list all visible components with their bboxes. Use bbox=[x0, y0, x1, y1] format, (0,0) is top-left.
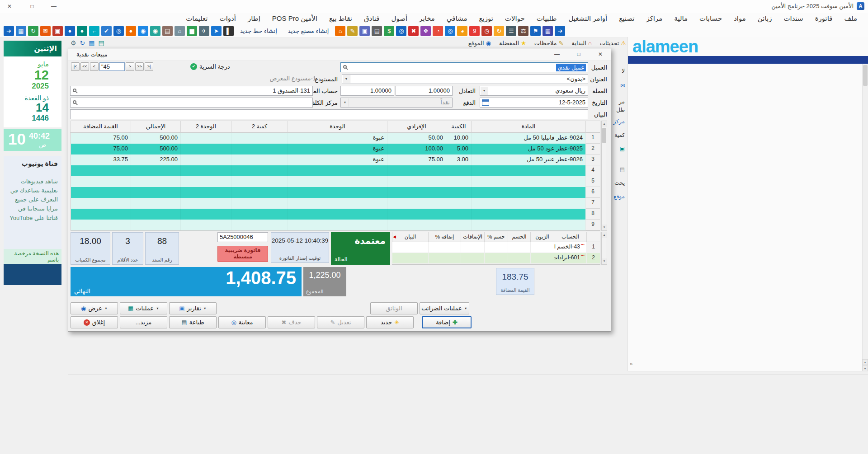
dialog-titlebar[interactable]: مبيعات نقدية — □ ✕ bbox=[68, 48, 611, 61]
row-number[interactable]: 9 bbox=[585, 220, 600, 230]
cell-unit2[interactable] bbox=[180, 209, 231, 220]
grid-row[interactable]: 3 9026-عطر عنبر 50 مل 3.00 75.00 عبوة 22… bbox=[71, 154, 600, 165]
cell-item[interactable] bbox=[471, 187, 585, 198]
toolbar-icon[interactable]: ⌂ bbox=[335, 26, 345, 36]
toolbar-icon[interactable]: ● bbox=[65, 26, 75, 36]
toolbar-icon[interactable]: ⚑ bbox=[530, 26, 541, 36]
cell-item[interactable] bbox=[471, 176, 585, 187]
cell-discount[interactable] bbox=[508, 253, 530, 264]
search-icon[interactable] bbox=[73, 100, 76, 104]
grid-row[interactable]: 8 bbox=[71, 209, 600, 220]
grid-column-header[interactable]: المادة bbox=[471, 121, 585, 133]
cost-center-input[interactable] bbox=[70, 98, 313, 108]
menu-item[interactable]: حسابات bbox=[699, 14, 722, 23]
cell-discount-pct[interactable] bbox=[484, 242, 508, 253]
cell-total[interactable] bbox=[131, 187, 180, 198]
row-number[interactable]: 4 bbox=[585, 165, 600, 176]
toolbar-icon[interactable]: ▣ bbox=[359, 26, 370, 36]
statement-input[interactable] bbox=[70, 109, 588, 119]
accounts-column-header[interactable]: إضافة % bbox=[428, 232, 461, 242]
row-number[interactable]: 7 bbox=[585, 198, 600, 209]
menu-item[interactable]: إطار bbox=[248, 14, 260, 23]
accounts-row[interactable]: 2 ***601-ايرادات مخ... bbox=[392, 253, 600, 264]
cell-item[interactable] bbox=[471, 209, 585, 220]
toolbar-text-button[interactable]: إنشاء مصنع جديد bbox=[283, 28, 334, 34]
toolbar-icon[interactable]: ✎ bbox=[347, 26, 358, 36]
scrollbar-thumb[interactable] bbox=[863, 65, 868, 86]
action-button[interactable]: جديد bbox=[366, 316, 414, 328]
cell-unit-price[interactable] bbox=[387, 209, 446, 220]
nav-last-button[interactable]: >| bbox=[145, 62, 153, 71]
toolbar-icon[interactable]: ● bbox=[77, 26, 87, 36]
dialog-maximize-icon[interactable]: □ bbox=[572, 50, 585, 59]
cell-unit2[interactable] bbox=[180, 220, 231, 230]
window-minimize-icon[interactable]: — bbox=[47, 2, 61, 11]
cell-unit-price[interactable]: 100.00 bbox=[387, 144, 446, 154]
toolbar-icon[interactable]: ◉ bbox=[138, 26, 148, 36]
items-grid-scrollbar[interactable]: ▲ ▼ bbox=[601, 121, 607, 231]
menu-item[interactable]: مشافي bbox=[447, 14, 467, 23]
cell-item[interactable]: 9025-عطر عود 50 مل bbox=[471, 144, 585, 154]
action-button[interactable]: تقارير bbox=[169, 302, 217, 314]
menu-item[interactable]: مخابر bbox=[419, 14, 435, 23]
toolbar-icon[interactable]: ✈ bbox=[199, 26, 209, 36]
cell-unit2[interactable] bbox=[180, 165, 231, 176]
scrollbar-thumb[interactable] bbox=[602, 128, 606, 143]
cell-vat[interactable] bbox=[71, 220, 131, 230]
cell-unit-price[interactable]: 50.00 bbox=[387, 133, 446, 144]
grid-row[interactable]: 2 9025-عطر عود 50 مل 5.00 100.00 عبوة 50… bbox=[71, 144, 600, 154]
cell-vat[interactable] bbox=[71, 209, 131, 220]
cell-qty2[interactable] bbox=[231, 220, 288, 230]
row-number[interactable]: 5 bbox=[585, 176, 600, 187]
cell-unit-price[interactable] bbox=[387, 220, 446, 230]
row-number[interactable]: 2 bbox=[586, 253, 600, 264]
tab[interactable]: ◉ الموقع bbox=[468, 40, 491, 47]
cell-note[interactable] bbox=[392, 253, 428, 264]
cell-account[interactable]: ***43-الخصم المم... bbox=[554, 242, 586, 253]
toolbar-text-button[interactable]: إنشاء خط جديد bbox=[236, 28, 282, 34]
action-button[interactable]: حذف bbox=[268, 316, 315, 328]
action-button[interactable]: معاينة bbox=[218, 316, 266, 328]
cell-total[interactable]: 500.00 bbox=[131, 133, 180, 144]
scroll-up-icon[interactable]: ▲ bbox=[602, 121, 607, 127]
toolbar-icon[interactable]: ◉ bbox=[150, 26, 160, 36]
toolbar-icon[interactable]: ➔ bbox=[555, 26, 565, 36]
cell-unit2[interactable] bbox=[180, 133, 231, 144]
toolbar-icon[interactable]: ▌ bbox=[223, 26, 234, 36]
cell-vat[interactable] bbox=[71, 176, 131, 187]
menu-item[interactable]: تصنيع bbox=[619, 14, 634, 23]
customer-account-input[interactable]: 131-الصندوق 1 bbox=[70, 86, 313, 96]
collapse-chevron-icon[interactable] bbox=[630, 360, 633, 367]
cell-qty[interactable] bbox=[446, 198, 471, 209]
toolbar-icon[interactable]: ➔ bbox=[4, 26, 14, 36]
cell-qty2[interactable] bbox=[231, 144, 288, 154]
nav-first-button[interactable]: |< bbox=[71, 62, 80, 71]
cell-qty[interactable] bbox=[446, 220, 471, 230]
menu-item[interactable]: مالية bbox=[674, 14, 688, 23]
cell-vat[interactable] bbox=[71, 187, 131, 198]
grid-row[interactable]: 6 bbox=[71, 187, 600, 198]
address-combobox[interactable]: <بدون> bbox=[342, 74, 588, 84]
scroll-down-icon[interactable]: ▼ bbox=[602, 258, 607, 264]
cell-unit[interactable]: عبوة bbox=[288, 154, 387, 165]
cell-unit[interactable] bbox=[288, 220, 387, 230]
cell-total[interactable]: 500.00 bbox=[131, 144, 180, 154]
menu-item[interactable]: أدوات bbox=[220, 14, 236, 23]
action-button[interactable]: مزيد... bbox=[120, 316, 167, 328]
cell-qty[interactable]: 5.00 bbox=[446, 144, 471, 154]
cell-total[interactable] bbox=[131, 198, 180, 209]
toolbar-icon[interactable]: ◎ bbox=[396, 26, 406, 36]
toolbar-icon[interactable]: 9 bbox=[469, 26, 480, 36]
chevron-down-icon[interactable] bbox=[343, 75, 350, 83]
cell-customer[interactable] bbox=[530, 253, 554, 264]
customer-input[interactable]: عميل نقدي bbox=[340, 62, 588, 72]
cell-qty[interactable] bbox=[446, 209, 471, 220]
cell-qty2[interactable] bbox=[231, 198, 288, 209]
menu-item[interactable]: نقاط بيع bbox=[329, 14, 352, 23]
grid-column-header[interactable] bbox=[585, 121, 600, 133]
cell-discount[interactable] bbox=[508, 242, 530, 253]
cell-customer[interactable] bbox=[530, 242, 554, 253]
grid-column-header[interactable]: الإجمالي bbox=[131, 121, 180, 133]
cell-qty2[interactable] bbox=[231, 176, 288, 187]
cell-note[interactable] bbox=[392, 242, 428, 253]
